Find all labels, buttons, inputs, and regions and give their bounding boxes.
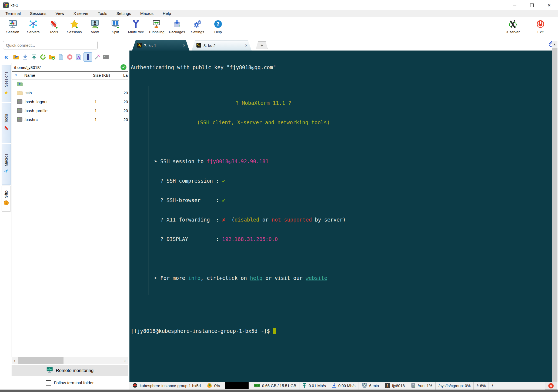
- tab-close-icon[interactable]: ✕: [183, 43, 186, 48]
- collapse-sidebar-button[interactable]: «: [2, 52, 11, 61]
- menu-x-server[interactable]: X server: [69, 10, 93, 17]
- folder-icon: [17, 90, 23, 96]
- sftp-horizontal-scrollbar[interactable]: ‹ ›: [12, 357, 128, 364]
- terminal-scrollbar[interactable]: ▲: [552, 41, 557, 382]
- sidebar-tab-sessions-label: Sessions: [4, 72, 8, 87]
- quick-connect-input[interactable]: [3, 43, 97, 48]
- menu-settings[interactable]: Settings: [112, 10, 136, 17]
- file-name: .bashrc: [24, 117, 38, 122]
- file-name: .bash_profile: [24, 108, 48, 113]
- status-bar: kubesphere-instance-group-1-bx5d 0% 0.66…: [129, 382, 557, 390]
- remote-monitoring-icon: [46, 367, 53, 374]
- sidebar-tab-sessions[interactable]: Sessions ★: [2, 65, 11, 102]
- window-bottom-edge: [0, 390, 558, 392]
- script-file-icon: [17, 108, 23, 114]
- toolbar-servers-button[interactable]: Servers: [23, 18, 44, 35]
- column-header-name[interactable]: Name: [24, 73, 35, 78]
- tab-close-icon[interactable]: ✕: [245, 43, 248, 48]
- maximize-button[interactable]: [523, 0, 540, 10]
- scroll-up-icon[interactable]: ▲: [552, 41, 557, 48]
- tab-ks-1[interactable]: 7. ks-1 ✕: [132, 40, 189, 51]
- sftp-rename-button[interactable]: A: [75, 53, 83, 61]
- file-row-bashrc[interactable]: .bashrc 1 20: [12, 115, 128, 124]
- file-modified: 20: [123, 99, 128, 104]
- close-icon: ✕: [547, 3, 551, 7]
- status-close-button[interactable]: ✕: [545, 382, 557, 390]
- toolbar-view-button[interactable]: View: [85, 18, 105, 35]
- menu-terminal[interactable]: Terminal: [1, 10, 25, 17]
- menu-bar: Terminal Sessions View X server Tools Se…: [0, 10, 558, 17]
- scrollbar-thumb[interactable]: [18, 357, 64, 364]
- check-mark: ✔: [222, 197, 225, 203]
- remote-monitoring-button[interactable]: Remote monitoring: [12, 365, 128, 376]
- sftp-remote-browser-button[interactable]: [83, 52, 92, 62]
- file-row-bash-logout[interactable]: .bash_logout 1 20: [12, 98, 128, 106]
- sftp-terminal-button[interactable]: [102, 53, 110, 61]
- path-ok-icon[interactable]: ✓: [121, 64, 126, 70]
- redhat-icon: [132, 383, 138, 389]
- status-download: 0.00 Mb/s: [329, 382, 359, 390]
- sftp-refresh-button[interactable]: [39, 53, 47, 61]
- toolbar-settings-button[interactable]: Settings: [187, 18, 208, 35]
- tunneling-monitor-icon: [152, 19, 161, 29]
- status-uptime: 6 min: [359, 382, 382, 390]
- toolbar-session-button[interactable]: Session: [2, 18, 23, 35]
- column-header-size[interactable]: Size (KB): [93, 73, 110, 78]
- toolbar-xserver-button[interactable]: X server: [503, 18, 523, 35]
- help-link[interactable]: help: [250, 275, 262, 281]
- toolbar-servers-label: Servers: [27, 30, 40, 34]
- sftp-path-input[interactable]: [12, 65, 121, 70]
- left-tab-strip: « Sessions ★ Tools Macros Sftp: [2, 52, 11, 388]
- file-row-bash-profile[interactable]: .bash_profile 1 20: [12, 106, 128, 115]
- file-row-ssh[interactable]: .ssh 20: [12, 89, 128, 98]
- scrollbar-track[interactable]: [18, 357, 122, 364]
- remote-monitoring-label: Remote monitoring: [56, 368, 93, 373]
- toolbar-multiexec-button[interactable]: MultiExec: [126, 18, 146, 35]
- close-button[interactable]: ✕: [540, 0, 558, 10]
- website-link[interactable]: website: [306, 275, 327, 281]
- tab-ks-2[interactable]: 8. ks-2 ✕: [192, 40, 252, 51]
- toolbar-sessions-button[interactable]: Sessions: [64, 18, 85, 35]
- toolbar-tools-button[interactable]: Tools: [44, 18, 64, 35]
- menu-help[interactable]: Help: [158, 10, 176, 17]
- sidebar-tab-macros[interactable]: Macros: [2, 144, 11, 185]
- toolbar-help-button[interactable]: ? Help: [208, 18, 228, 35]
- status-memory: 0.66 GB / 15.51 GB: [251, 382, 300, 390]
- new-tab-button[interactable]: +: [256, 41, 268, 49]
- toolbar-view-label: View: [91, 30, 99, 34]
- sidebar-tab-tools[interactable]: Tools: [2, 103, 11, 143]
- terminal-screen[interactable]: Authenticating with public key "fjy8018@…: [129, 51, 552, 382]
- toolbar-tunneling-label: Tunneling: [149, 30, 165, 34]
- scroll-left-icon[interactable]: ‹: [12, 358, 18, 363]
- sftp-new-folder-button[interactable]: [48, 53, 56, 61]
- toolbar-packages-label: Packages: [169, 30, 185, 34]
- ram-icon: [254, 383, 260, 388]
- multiexec-fork-icon: [131, 19, 141, 29]
- menu-macros[interactable]: Macros: [136, 10, 158, 17]
- menu-sessions[interactable]: Sessions: [25, 10, 51, 17]
- sidebar-tab-sftp[interactable]: Sftp: [2, 186, 11, 212]
- sftp-file-header[interactable]: ▼ Name Size (KB) La: [12, 72, 128, 80]
- minimize-button[interactable]: [506, 0, 523, 10]
- terminal-auth-line: Authenticating with public key "fjy8018@…: [131, 64, 552, 71]
- maximize-icon: [530, 4, 534, 7]
- sftp-delete-button[interactable]: [66, 53, 74, 61]
- toolbar-packages-button[interactable]: Packages: [167, 18, 187, 35]
- scrollbar-thumb[interactable]: [552, 48, 557, 382]
- sftp-wand-button[interactable]: [93, 53, 101, 61]
- follow-terminal-folder-checkbox[interactable]: [46, 380, 51, 386]
- toolbar-tunneling-button[interactable]: Tunneling: [146, 18, 167, 35]
- packages-box-icon: [172, 19, 182, 29]
- sftp-new-file-button[interactable]: [57, 53, 65, 61]
- scroll-right-icon[interactable]: ›: [122, 358, 128, 363]
- sftp-go-up-button[interactable]: [12, 53, 20, 61]
- file-row-parent-dir[interactable]: ..: [12, 80, 128, 89]
- menu-tools[interactable]: Tools: [93, 10, 112, 17]
- column-header-lastmodified[interactable]: La: [123, 73, 128, 78]
- sftp-upload-button[interactable]: [30, 53, 38, 61]
- toolbar-exit-button[interactable]: Exit: [530, 18, 551, 35]
- toolbar-split-button[interactable]: Split: [105, 18, 126, 35]
- sessions-star-icon: ★: [4, 89, 8, 96]
- sftp-download-button[interactable]: [21, 53, 29, 61]
- menu-view[interactable]: View: [51, 10, 69, 17]
